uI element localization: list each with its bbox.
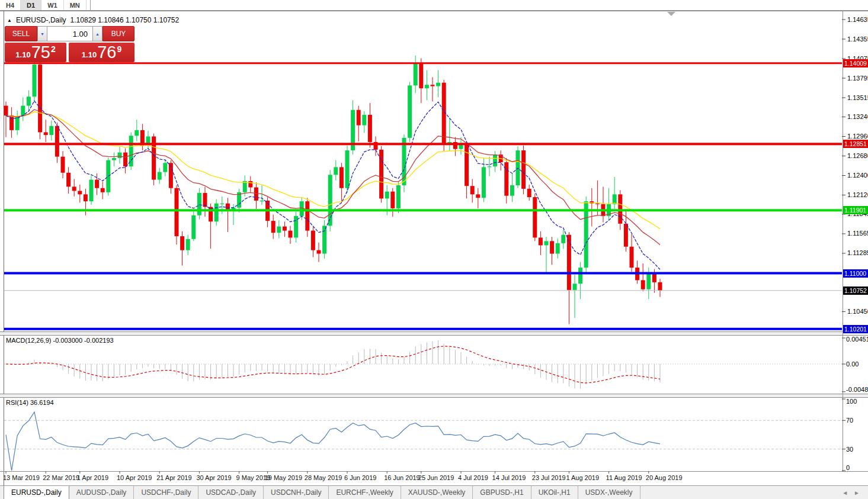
price-tick-label: 1.13515	[847, 94, 868, 101]
macd-axis-label: -0.004806	[846, 386, 868, 393]
trading-terminal: H4D1W1MN ▲ EURUSD-,Daily 1.10829 1.10846…	[0, 0, 868, 499]
date-label: 10 Apr 2019	[117, 474, 152, 481]
date-label: 22 Mar 2019	[43, 474, 79, 481]
date-label: 25 Jun 2019	[418, 474, 454, 481]
date-label: 4 Jul 2019	[458, 474, 488, 481]
one-click-trade-panel: SELL ▼ ▲ BUY 1.10 75 2 1.10 76 9	[5, 26, 134, 62]
date-label: 28 May 2019	[305, 474, 342, 481]
price-tick-label: 1.12960	[847, 133, 868, 140]
sell-price-display[interactable]: 1.10 75 2	[5, 43, 66, 62]
price-tick-label: 1.10450	[847, 308, 868, 315]
chart-tab-ukoil-h1[interactable]: UKOil-,H1	[531, 486, 578, 499]
price-tick-label: 1.14635	[847, 16, 868, 23]
chart-title-row: ▲ EURUSD-,Daily 1.10829 1.10846 1.10750 …	[7, 16, 179, 24]
chart-tab-eurchf-weekly[interactable]: EURCHF-,Weekly	[329, 486, 401, 499]
chart-symbol-title: EURUSD-,Daily	[16, 16, 66, 24]
macd-axis-label: 0.00	[846, 360, 859, 368]
date-label: 11 Aug 2019	[606, 474, 642, 481]
macd-indicator-label: MACD(12,26,9) -0.003000 -0.002193	[6, 337, 114, 344]
macd-axis-label: 0.004517	[846, 336, 868, 343]
level-price-label: 1.11901	[843, 206, 868, 214]
buy-price-base: 1.10	[82, 50, 97, 59]
volume-decrease-icon[interactable]: ▼	[37, 26, 47, 41]
trade-panel-toggle-icon[interactable]: ▲	[7, 18, 12, 23]
buy-price-display[interactable]: 1.10 76 9	[69, 43, 134, 62]
tab-scroll-next-icon[interactable]: ►	[854, 490, 860, 496]
current-price-label: 1.10752	[843, 286, 868, 295]
chart-tab-gbpusd-h1[interactable]: GBPUSD-,H1	[473, 486, 531, 499]
date-label: 19 May 2019	[265, 474, 303, 481]
sell-button[interactable]: SELL	[5, 26, 37, 41]
price-tick-label: 1.12120	[847, 191, 868, 198]
date-label: 21 Apr 2019	[156, 474, 191, 481]
price-tick-label: 1.11565	[847, 230, 868, 237]
rsi-axis-label: 30	[846, 446, 853, 453]
price-tick-label: 1.13240	[847, 113, 868, 120]
tab-scroll-prev-icon[interactable]: ◄	[842, 490, 848, 496]
macd-histogram	[6, 340, 660, 389]
buy-button[interactable]: BUY	[103, 26, 134, 41]
sell-price-big: 75	[31, 44, 50, 61]
chart-shift-marker-icon[interactable]	[667, 12, 675, 16]
macd-signal-line	[6, 346, 660, 383]
date-label: 1 Apr 2019	[77, 474, 108, 481]
date-label: 30 Apr 2019	[196, 474, 231, 481]
chart-tab-audusd-daily[interactable]: AUDUSD-,Daily	[69, 486, 134, 499]
date-label: 23 Jul 2019	[532, 474, 566, 481]
date-label: 14 Jul 2019	[492, 474, 526, 481]
level-price-label: 1.11000	[843, 269, 868, 278]
price-tick-label: 1.11285	[847, 249, 868, 256]
chart-tab-usdcnh-daily[interactable]: USDCNH-,Daily	[264, 486, 329, 499]
chart-ohlc-readout: 1.10829 1.10846 1.10750 1.10752	[71, 16, 180, 24]
price-tick-label: 1.13795	[847, 75, 868, 82]
rsi-axis-label: 70	[846, 417, 853, 424]
price-tick-label: 1.12400	[847, 172, 868, 179]
tab-scroll-arrows: ◄►	[842, 486, 868, 499]
rsi-axis-label: 0	[846, 464, 850, 471]
chart-canvas	[0, 0, 868, 499]
chart-tab-xauusd-weekly[interactable]: XAUUSD-,Weekly	[401, 486, 473, 499]
price-tick-label: 1.12680	[847, 152, 868, 159]
trade-panel-prices: 1.10 75 2 1.10 76 9	[5, 43, 134, 62]
chart-tab-bar: EURUSD-,DailyAUDUSD-,DailyUSDCHF-,DailyU…	[0, 485, 868, 499]
level-price-label: 1.12851	[843, 140, 868, 148]
date-label: 6 Jun 2019	[344, 474, 376, 481]
buy-price-big: 76	[97, 44, 116, 61]
sell-price-base: 1.10	[15, 50, 30, 59]
ma-medium-line	[6, 110, 660, 245]
date-label: 16 Jun 2019	[384, 474, 420, 481]
level-price-label: 1.10201	[843, 325, 868, 333]
rsi-axis-label: 100	[846, 398, 857, 405]
date-label: 20 Aug 2019	[646, 474, 683, 481]
chart-tab-usdcad-daily[interactable]: USDCAD-,Daily	[198, 486, 264, 499]
ma-fast-line	[6, 101, 660, 269]
chart-tab-usdchf-daily[interactable]: USDCHF-,Daily	[134, 486, 198, 499]
level-lines-layer[interactable]	[4, 63, 842, 329]
chart-tab-eurusd-daily[interactable]: EURUSD-,Daily	[4, 486, 69, 499]
trade-panel-controls: SELL ▼ ▲ BUY	[5, 26, 134, 41]
volume-increase-icon[interactable]: ▲	[92, 26, 103, 41]
date-label: 1 Aug 2019	[566, 474, 599, 481]
date-label: 13 Mar 2019	[3, 474, 40, 481]
rsi-line	[6, 412, 660, 471]
buy-price-sup: 9	[117, 44, 121, 54]
level-price-label: 1.14009	[843, 59, 868, 67]
price-tick-label: 1.14355	[847, 36, 868, 43]
sell-price-sup: 2	[51, 44, 56, 54]
candles-layer	[4, 56, 662, 324]
chart-tab-usdx-weekly[interactable]: USDX-,Weekly	[578, 486, 640, 499]
volume-input[interactable]	[47, 26, 92, 41]
rsi-indicator-label: RSI(14) 36.6194	[6, 399, 54, 406]
